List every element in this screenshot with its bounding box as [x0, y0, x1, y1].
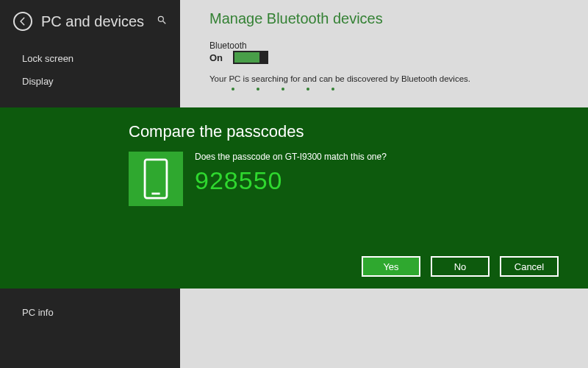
button-label: Yes [383, 261, 398, 272]
sidebar-item-display[interactable]: Display [0, 70, 180, 93]
bluetooth-toggle-row: On [209, 51, 559, 64]
arrow-left-icon [18, 16, 28, 26]
back-button[interactable] [13, 12, 32, 31]
sidebar-item-label: PC info [22, 307, 54, 318]
bluetooth-status-text: Your PC is searching for and can be disc… [209, 74, 559, 83]
phone-icon [141, 158, 171, 199]
search-button[interactable] [157, 15, 167, 28]
passcode: 928550 [195, 166, 387, 195]
bluetooth-label: Bluetooth [209, 40, 559, 51]
svg-point-0 [158, 16, 163, 21]
sidebar-item-lock-screen[interactable]: Lock screen [0, 47, 180, 70]
dialog-buttons: Yes No Cancel [0, 256, 588, 277]
no-button[interactable]: No [431, 256, 490, 277]
progress-dot [331, 88, 334, 91]
dialog-question: Does the passcode on GT-I9300 match this… [195, 152, 387, 162]
dialog-title: Compare the passcodes [0, 122, 588, 141]
bluetooth-toggle[interactable] [233, 51, 268, 64]
progress-dot [306, 88, 309, 91]
device-tile [129, 152, 183, 206]
sidebar-item-label: Lock screen [22, 53, 74, 64]
toggle-knob [259, 52, 267, 63]
dialog-text: Does the passcode on GT-I9300 match this… [183, 152, 387, 206]
cancel-button[interactable]: Cancel [500, 256, 559, 277]
sidebar-item-pc-info[interactable]: PC info [0, 301, 180, 324]
sidebar-title: PC and devices [41, 13, 148, 30]
button-label: Cancel [514, 261, 544, 272]
yes-button[interactable]: Yes [362, 256, 420, 277]
sidebar-items: Lock screen Display [0, 32, 180, 93]
svg-rect-3 [151, 193, 159, 195]
svg-rect-2 [145, 160, 167, 198]
page-title: Manage Bluetooth devices [209, 10, 559, 27]
sidebar-bottom: PC info [0, 301, 180, 324]
sidebar-header: PC and devices [0, 0, 180, 32]
progress-dot [282, 88, 284, 91]
progress-dot [257, 88, 259, 91]
svg-line-1 [163, 21, 166, 24]
search-icon [157, 15, 167, 25]
searching-dots [209, 88, 559, 91]
button-label: No [454, 261, 467, 272]
pairing-dialog: Compare the passcodes Does the passcode … [0, 107, 588, 289]
bluetooth-state: On [209, 52, 223, 63]
dialog-body: Does the passcode on GT-I9300 match this… [0, 152, 588, 206]
sidebar-item-label: Display [22, 76, 54, 87]
progress-dot [232, 88, 234, 91]
